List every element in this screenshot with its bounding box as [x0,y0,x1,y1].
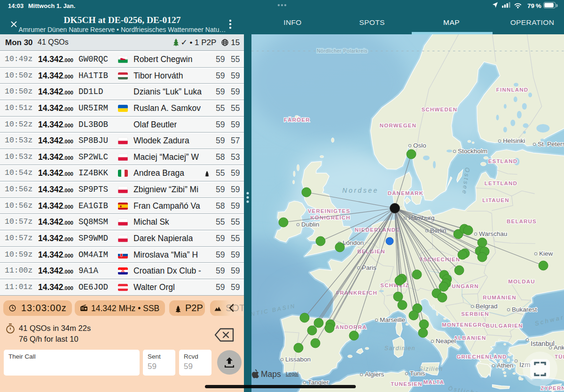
svg-text:Sardinien: Sardinien [384,345,415,352]
svg-text:Istanbul: Istanbul [531,340,555,347]
svg-text:Tunis: Tunis [410,370,425,377]
svg-text:ANDORRA: ANDORRA [335,324,367,330]
svg-text:Kiew: Kiew [539,250,553,257]
svg-text:Legal: Legal [286,371,298,376]
svg-text:Athen: Athen [497,362,513,369]
svg-text:ALBANIEN: ALBANIEN [454,335,486,341]
svg-text:TUNESIEN: TUNESIEN [391,381,423,387]
svg-text:NORWEGEN: NORWEGEN [380,123,416,128]
svg-text:Dublin: Dublin [301,221,319,228]
svg-text:Ankara: Ankara [554,344,564,351]
svg-text:Nordsee: Nordsee [342,187,378,194]
svg-text:SERBIEN: SERBIEN [461,311,489,317]
svg-text:Maps: Maps [261,369,281,379]
svg-text:Stockholm: Stockholm [458,148,487,155]
svg-text:RUMÄNIEN: RUMÄNIEN [483,295,517,300]
svg-text:Nördlicher Polarkreis: Nördlicher Polarkreis [317,48,368,54]
svg-text:SCHWEDEN: SCHWEDEN [422,107,458,112]
svg-text:Neapel: Neapel [436,337,456,345]
svg-text:MALTA: MALTA [423,379,445,385]
svg-text:MOLDAU: MOLDAU [508,279,535,284]
svg-text:FÄRÖER: FÄRÖER [284,117,310,123]
svg-text:St. Petersbu: St. Petersbu [538,141,564,148]
svg-text:Bukarest: Bukarest [512,306,537,313]
svg-text:FINNLAND: FINNLAND [496,87,528,93]
svg-text:ZYPERN: ZYPERN [540,385,564,391]
svg-text:ESTLAND: ESTLAND [488,158,518,164]
svg-text:LETTLAND: LETTLAND [485,180,517,186]
svg-text:BELARUS: BELARUS [507,219,537,224]
svg-text:Warschau: Warschau [479,230,507,237]
svg-text:Marseille: Marseille [380,316,405,323]
svg-text:SCHWEIZ: SCHWEIZ [380,282,409,288]
svg-text:MONTENEGRO: MONTENEGRO [442,322,487,328]
svg-text:UNGARN: UNGARN [452,283,479,289]
svg-text:Oslo: Oslo [413,142,426,149]
svg-text:BULGARIEN: BULGARIEN [486,323,523,329]
svg-text:DÄNEMARK: DÄNEMARK [388,190,424,196]
svg-text:VEREINIGTES: VEREINIGTES [308,208,351,214]
svg-text:FRANKREICH: FRANKREICH [336,290,377,296]
svg-text:LITAUEN: LITAUEN [482,197,509,203]
svg-text:GRIECHENLAND: GRIECHENLAND [456,354,507,360]
svg-text:Lissabon: Lissabon [285,356,311,363]
svg-text:KÖNIGREICH: KÖNIGREICH [310,215,350,220]
svg-text:TÜRKEI: TÜRKEI [555,354,564,360]
svg-text:Paris: Paris [362,264,376,271]
svg-text:Algiers: Algiers [365,371,384,378]
svg-text:Helsinki: Helsinki [503,137,525,144]
svg-text:Belgrad: Belgrad [476,303,498,310]
